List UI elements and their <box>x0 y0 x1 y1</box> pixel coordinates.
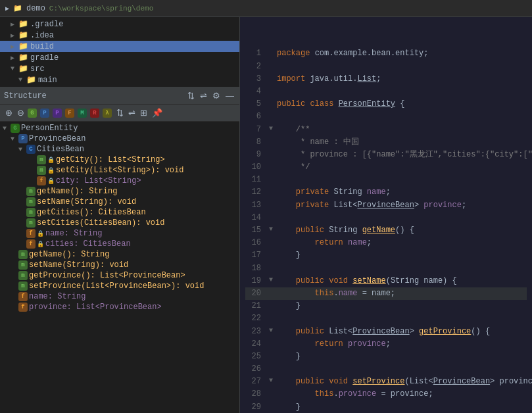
tree-item-idea[interactable]: ▶ 📁 .idea <box>0 30 239 41</box>
line-18: 18 <box>245 262 527 275</box>
struct-item-getname-province[interactable]: m getName(): String <box>0 186 239 197</box>
line-11: 11 <box>245 174 527 186</box>
badge-province: P <box>18 134 28 143</box>
badge-m6: m <box>26 218 36 228</box>
struct-item-cities-field[interactable]: f 🔒 cities: CitiesBean <box>0 239 239 249</box>
lock-icon-1: 🔒 <box>47 157 55 164</box>
badge-f-orange: F <box>65 109 74 118</box>
line-12: 12 private String name; <box>245 186 527 199</box>
line-13: 13 private List<ProvinceBean> province; <box>245 199 527 212</box>
badge-f5: f <box>18 303 28 312</box>
label-getprovince: getProvince(): List<ProvinceBean> <box>29 271 185 280</box>
struct-item-city-field[interactable]: f 🔒 city: List<String> <box>0 176 239 186</box>
label-setcities: setCities(CitiesBean): void <box>37 218 164 228</box>
badge-p: P <box>40 109 49 118</box>
badge-m10: m <box>18 281 28 291</box>
sort3-btn[interactable]: ⇌ <box>127 107 137 118</box>
badge-m2: m <box>37 166 46 175</box>
lock-icon-4: 🔒 <box>37 230 44 237</box>
line-20: 20 this.name = name; <box>245 287 527 300</box>
line-15: 15 ▼ public String getName() { <box>245 224 527 237</box>
struct-item-setcities[interactable]: m setCities(CitiesBean): void <box>0 218 239 228</box>
line-1: 1 package com.example.bean.entity; <box>245 47 527 60</box>
struct-item-getname-person[interactable]: m getName(): String <box>0 249 239 260</box>
badge-m9: m <box>18 271 28 280</box>
label-get-city: getCity(): List<String> <box>56 155 165 164</box>
tree-item-gradle-dot[interactable]: ▶ 📁 .gradle <box>0 18 239 30</box>
badge-m4: m <box>26 197 36 206</box>
struct-item-set-city[interactable]: m 🔒 setCity(List<String>): void <box>0 165 239 176</box>
line-17: 17 } <box>245 249 527 262</box>
badge-m7: m <box>18 250 28 259</box>
project-name: demo <box>26 4 45 13</box>
line-26: 26 <box>245 363 527 376</box>
lock-icon-2: 🔒 <box>47 167 55 174</box>
sort-alpha-btn[interactable]: ⇅ <box>186 90 196 101</box>
label-getname-person: getName(): String <box>29 250 109 259</box>
badge-f1: f <box>37 176 46 185</box>
lock-icon-5: 🔒 <box>37 241 44 248</box>
struct-item-province-field[interactable]: f province: List<ProvinceBean> <box>0 302 239 312</box>
expand2-btn[interactable]: ⊞ <box>139 107 149 118</box>
fold-15[interactable]: ▼ <box>266 225 276 234</box>
struct-item-setprovince[interactable]: m setProvince(List<ProvinceBean>): void <box>0 281 239 291</box>
sort-type-btn[interactable]: ⇌ <box>199 90 208 101</box>
line-16: 16 return name; <box>245 237 527 249</box>
line-23: 23 ▼ public List<ProvinceBean> getProvin… <box>245 326 527 338</box>
line-3: 3 import java.util.List; <box>245 73 527 85</box>
collapse-btn[interactable]: ⊖ <box>16 107 26 118</box>
code-area[interactable]: 1 package com.example.bean.entity; 2 3 <box>240 17 532 413</box>
badge-pkg: P <box>53 109 62 118</box>
line-7: 7 ▼ /** <box>245 124 527 136</box>
badge-f4: f <box>18 292 28 301</box>
line-24: 24 return province; <box>245 338 527 351</box>
struct-item-setname-person[interactable]: m setName(String): void <box>0 260 239 270</box>
struct-item-name-field-province[interactable]: f 🔒 name: String <box>0 228 239 239</box>
tree-item-main[interactable]: ▼ 📁 main <box>0 74 239 85</box>
project-path: C:\workspace\spring\demo <box>49 5 153 12</box>
struct-item-getprovince[interactable]: m getProvince(): List<ProvinceBean> <box>0 270 239 281</box>
struct-item-setname-province[interactable]: m setName(String): void <box>0 197 239 207</box>
tree-item-src[interactable]: ▼ 📁 src <box>0 63 239 74</box>
struct-item-cities-bean[interactable]: ▼ C CitiesBean <box>0 144 239 155</box>
expand-btn[interactable]: ⊕ <box>4 107 14 118</box>
label-setname-province: setName(String): void <box>37 197 136 206</box>
close-btn[interactable]: — <box>224 90 235 101</box>
struct-item-get-city[interactable]: m 🔒 getCity(): List<String> <box>0 155 239 165</box>
fold-7[interactable]: ▼ <box>266 124 276 134</box>
tree-item-gradle[interactable]: ▶ 📁 gradle <box>0 52 239 63</box>
fold-23[interactable]: ▼ <box>266 326 276 335</box>
badge-cities: C <box>26 145 36 154</box>
editor-panel: 1 package com.example.bean.entity; 2 3 <box>240 17 532 413</box>
label-getcities: getCities(): CitiesBean <box>37 208 146 217</box>
structure-toolbar: Structure ⇅ ⇌ ⚙ — <box>0 87 239 105</box>
line-5: 5 public class PersonEntity { <box>245 98 527 110</box>
lock-icon-3: 🔒 <box>47 178 55 185</box>
line-22: 22 <box>245 312 527 325</box>
label-city-field: city: List<String> <box>56 176 141 185</box>
struct-item-province-bean[interactable]: ▼ P ProvinceBean <box>0 134 239 144</box>
fold-27[interactable]: ▼ <box>266 376 276 385</box>
tree-item-build[interactable]: ▶ 📁 build <box>0 41 239 52</box>
pin-btn[interactable]: 📌 <box>151 107 164 118</box>
fold-19[interactable]: ▼ <box>266 276 276 285</box>
label-person-entity: PersonEntity <box>21 124 78 133</box>
line-4: 4 <box>245 85 527 98</box>
label-getname-province: getName(): String <box>37 187 117 196</box>
folder-icon-demo: 📁 <box>13 4 22 12</box>
struct-tree: ▼ G PersonEntity ▼ P ProvinceBean ▼ C Ci… <box>0 122 239 413</box>
line-25: 25 } <box>245 351 527 363</box>
badge-m5: m <box>26 208 36 217</box>
line-2: 2 <box>245 61 527 73</box>
code-content[interactable]: 1 package com.example.bean.entity; 2 3 <box>240 17 532 413</box>
struct-item-person-entity[interactable]: ▼ G PersonEntity <box>0 123 239 134</box>
settings-btn[interactable]: ⚙ <box>211 90 222 101</box>
sort2-btn[interactable]: ⇅ <box>115 107 125 118</box>
line-8: 8 * name : 中国 <box>245 136 527 149</box>
struct-item-name-field-person[interactable]: f name: String <box>0 291 239 302</box>
line-29: 29 } <box>245 401 527 413</box>
arrow-demo: ▶ <box>5 5 9 12</box>
arrow-province: ▼ <box>11 135 18 143</box>
line-14: 14 <box>245 212 527 224</box>
struct-item-getcities[interactable]: m getCities(): CitiesBean <box>0 207 239 218</box>
